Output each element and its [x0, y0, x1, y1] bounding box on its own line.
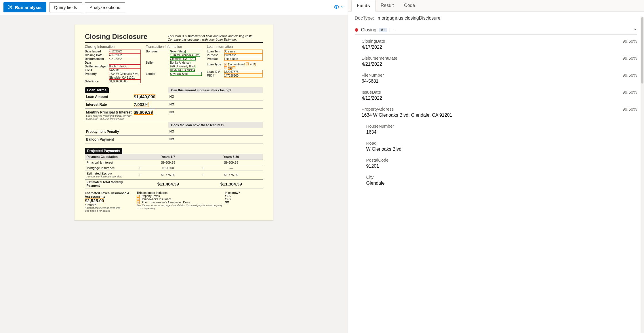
chevron-up-icon: [632, 27, 637, 33]
toolbar: Run analysis Query fields Analyze option…: [0, 0, 348, 15]
closing-info-heading: Closing Information: [85, 45, 141, 49]
confidence-value: 99.50%: [622, 56, 637, 60]
field-item: PropertyAddress99.50% 1634 W Glenoaks Bl…: [362, 104, 637, 121]
mpi-value: $9,609.39: [134, 110, 153, 115]
sale-price-value: $1,800,000.00: [109, 80, 141, 83]
seller-addr: 920 University Blvd, Rexburg, CA 94954: [170, 65, 195, 72]
date-issued-value: 4/12/2022: [109, 50, 141, 53]
confidence-value: 99.50%: [622, 73, 637, 77]
doc-header-note: This form is a statement of final loan t…: [168, 33, 263, 41]
svg-point-0: [336, 6, 337, 8]
confidence-value: 99.50%: [622, 107, 637, 111]
loan-term-value: 30 years: [224, 50, 263, 53]
loan-amount-value: $1,440,000: [134, 94, 155, 99]
field-item: DisbursementDate99.50% 4/21/2022: [362, 53, 637, 70]
product-value: Fixed Rate: [224, 57, 263, 61]
field-item: FileNumber99.50% 64-5681: [362, 70, 637, 87]
doc-title: Closing Disclosure: [85, 33, 147, 41]
seller-name: Bonita Anderson: [170, 61, 191, 64]
loan-features-question: Does the loan have these features?: [168, 122, 263, 128]
field-value: 4/12/2022: [362, 96, 637, 101]
closing-section-title: Closing: [361, 27, 376, 33]
result-tabs: Fields Result Code: [348, 0, 644, 12]
interest-rate-value: 7.033%: [134, 102, 148, 107]
confidence-value: 99.50%: [622, 90, 637, 94]
results-body[interactable]: DocType: mortgage.us.closingDisclosure C…: [348, 12, 644, 333]
subfield-item: City Glendale: [366, 172, 637, 189]
field-value: 1634 W Glenoaks Blvd, Glendale, CA 91201: [362, 113, 637, 118]
field-value: 64-5681: [362, 79, 637, 84]
closing-date-value: 4/17/2022: [109, 53, 141, 57]
tab-fields[interactable]: Fields: [351, 0, 376, 12]
scan-icon: [8, 5, 13, 10]
mic-value: 147188500: [224, 74, 263, 77]
document-page: Closing Disclosure This form is a statem…: [75, 24, 273, 220]
scrollbar[interactable]: [641, 17, 644, 333]
closing-badge: #1: [379, 28, 387, 32]
disbursement-date-value: 4/21/2022: [109, 57, 141, 65]
doctype-value: mortgage.us.closingDisclosure: [378, 16, 441, 20]
left-pane: Run analysis Query fields Analyze option…: [0, 0, 348, 333]
document-viewer[interactable]: Closing Disclosure This form is a statem…: [0, 15, 348, 333]
projected-payments-band: Projected Payments: [85, 148, 123, 154]
borrower-addr: 1634 W Glenoaks Blvd, Glendale, CA 91201: [170, 54, 200, 60]
subfield-item: HouseNumber 1634: [366, 121, 637, 138]
est-taxes-amount: $2,525.00: [85, 198, 104, 203]
right-pane: Fields Result Code DocType: mortgage.us.…: [348, 0, 644, 333]
lender-value: Skye AU Bank: [170, 72, 202, 76]
run-analysis-label: Run analysis: [15, 5, 42, 10]
field-value: 4/21/2022: [362, 62, 637, 67]
query-fields-button[interactable]: Query fields: [49, 2, 82, 12]
loan-info-heading: Loan Information: [207, 45, 263, 49]
tab-result[interactable]: Result: [376, 0, 399, 11]
field-value: 4/17/2022: [362, 45, 637, 50]
subfield-item: PostalCode 91201: [366, 155, 637, 172]
field-list: ClosingDate99.50% 4/17/2022 Disbursement…: [355, 35, 637, 189]
grid-icon[interactable]: [390, 28, 394, 32]
closing-section-header[interactable]: Closing #1: [355, 25, 637, 35]
borrower-name: Gwen Stacy: [170, 50, 186, 53]
loan-terms-question: Can this amount increase after closing?: [168, 87, 263, 93]
toolbar-right: [334, 4, 344, 10]
run-analysis-button[interactable]: Run analysis: [3, 2, 46, 12]
eye-icon[interactable]: [334, 4, 339, 10]
status-dot-icon: [355, 28, 358, 32]
subfield-item: Road W Glenoaks Blvd: [366, 138, 637, 155]
chevron-down-icon[interactable]: [340, 5, 344, 10]
settlement-agent-value: Bright Title Co: [109, 65, 141, 68]
file-no-value: 64-5681: [109, 68, 141, 72]
analyze-options-button[interactable]: Analyze options: [85, 2, 125, 12]
doctype-label: DocType:: [355, 16, 374, 20]
confidence-value: 99.50%: [622, 39, 637, 43]
property-value: 1634 W Glenoaks Blvd, Glendale, CA 91201: [109, 72, 141, 80]
field-item: ClosingDate99.50% 4/17/2022: [362, 36, 637, 53]
loan-terms-band: Loan Terms: [85, 87, 109, 93]
transaction-info-heading: Transaction Information: [146, 45, 202, 49]
loan-id-value: 672047875: [224, 70, 263, 74]
tab-code[interactable]: Code: [399, 0, 420, 11]
purpose-value: Purchase: [224, 53, 263, 57]
field-item: IssueDate99.50% 4/12/2022: [362, 87, 637, 104]
